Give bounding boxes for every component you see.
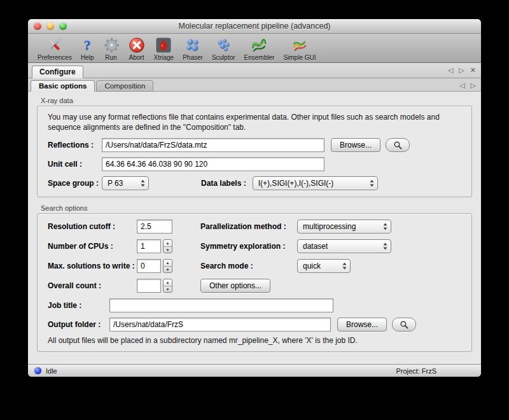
job-title-input[interactable] xyxy=(109,298,333,312)
unit-cell-input[interactable] xyxy=(102,157,324,171)
overall-count-stepper[interactable]: ▲ ▼ xyxy=(163,279,172,293)
resolution-row: Resolution cutoff : Parallelization meth… xyxy=(48,220,461,234)
xtriage-icon xyxy=(155,36,172,53)
parallelization-method-select[interactable]: multiprocessing xyxy=(297,220,391,234)
help-icon: ? xyxy=(84,36,91,53)
notebook-nav: ◁ ▷ ✕ xyxy=(448,66,476,74)
run-icon xyxy=(103,36,120,53)
reflections-row: Reflections : Browse... xyxy=(48,138,461,152)
subtab-bar: Basic options Composition ◁ ▷ xyxy=(28,78,481,92)
output-folder-search-button[interactable] xyxy=(392,318,416,332)
overall-count-row: Overall count : ▲ ▼ Other options... xyxy=(48,279,461,293)
output-folder-label: Output folder : xyxy=(48,320,109,329)
close-tab-icon[interactable]: ✕ xyxy=(470,66,476,74)
reflections-search-button[interactable] xyxy=(386,138,410,152)
toolbar-button-abort[interactable]: Abort xyxy=(124,35,150,62)
toolbar-button-phaser[interactable]: Phaser xyxy=(178,35,207,62)
reflections-label: Reflections : xyxy=(48,141,102,150)
other-options-button[interactable]: Other options... xyxy=(200,279,270,293)
step-up-icon[interactable]: ▲ xyxy=(164,279,172,286)
tab-composition[interactable]: Composition xyxy=(96,80,153,92)
dropdown-arrows-icon xyxy=(141,179,145,187)
toolbar-button-ensembler[interactable]: Ensembler xyxy=(240,35,279,62)
reflections-input[interactable] xyxy=(102,138,324,152)
job-title-label: Job title : xyxy=(48,301,109,310)
basic-options-panel: X-ray data You may use any format reflec… xyxy=(28,92,481,364)
output-folder-row: Output folder : Browse... xyxy=(48,318,461,332)
project-label: Project: FrzS xyxy=(396,367,436,375)
dropdown-arrows-icon xyxy=(383,223,387,230)
xray-group-box: You may use any format reflections file … xyxy=(37,106,472,197)
num-cpus-input[interactable] xyxy=(137,239,161,253)
toolbar-label: Help xyxy=(81,54,94,61)
max-solutions-stepper[interactable]: ▲ ▼ xyxy=(163,259,172,273)
toolbar-label: Preferences xyxy=(38,54,72,61)
titlebar[interactable]: Molecular replacement pipeline (advanced… xyxy=(28,19,481,34)
dropdown-arrows-icon xyxy=(383,242,387,250)
resolution-cutoff-input[interactable] xyxy=(137,220,172,234)
tab-basic-options[interactable]: Basic options xyxy=(31,80,95,92)
parallelization-method-value: multiprocessing xyxy=(303,222,356,231)
num-cpus-stepper[interactable]: ▲ ▼ xyxy=(163,239,172,253)
data-labels-value: I(+),SIGI(+),I(-),SIGI(-) xyxy=(258,179,334,188)
toolbar-button-run[interactable]: Run xyxy=(99,35,124,62)
notebook-tabbar: Configure ◁ ▷ ✕ xyxy=(28,63,481,78)
toolbar-label: Ensembler xyxy=(244,54,275,61)
step-down-icon[interactable]: ▼ xyxy=(164,246,172,253)
step-up-icon[interactable]: ▲ xyxy=(164,260,172,266)
toolbar-label: Phaser xyxy=(183,54,203,61)
ensembler-icon xyxy=(251,36,267,53)
search-mode-select[interactable]: quick xyxy=(297,259,351,273)
job-title-row: Job title : xyxy=(48,298,461,312)
nav-right-icon[interactable]: ▷ xyxy=(471,81,476,90)
nav-left-icon[interactable]: ◁ xyxy=(459,81,464,90)
search-group-box: Resolution cutoff : Parallelization meth… xyxy=(37,213,472,352)
dropdown-arrows-icon xyxy=(342,262,347,270)
overall-count-input[interactable] xyxy=(137,279,161,293)
toolbar-label: Sculptor xyxy=(212,54,235,61)
toolbar-button-sculptor[interactable]: Sculptor xyxy=(207,35,240,62)
nav-right-icon[interactable]: ▷ xyxy=(459,66,464,74)
search-group-title: Search options xyxy=(41,204,472,212)
data-labels-label: Data labels : xyxy=(201,179,246,188)
step-down-icon[interactable]: ▼ xyxy=(164,286,172,293)
preferences-icon xyxy=(46,36,63,53)
sculptor-icon xyxy=(215,36,232,53)
max-solutions-row: Max. solutions to write : ▲ ▼ Search mod… xyxy=(48,259,461,273)
subtab-nav: ◁ ▷ xyxy=(459,81,476,90)
toolbar-button-help[interactable]: ? Help xyxy=(76,35,99,62)
magnifier-icon xyxy=(400,320,409,330)
toolbar-label: Simple GUI xyxy=(283,54,316,61)
toolbar-button-simple-gui[interactable]: Simple GUI xyxy=(279,35,320,62)
symmetry-exploration-value: dataset xyxy=(303,242,328,251)
step-down-icon[interactable]: ▼ xyxy=(164,266,172,273)
unit-cell-row: Unit cell : xyxy=(48,157,461,171)
output-folder-browse-button[interactable]: Browse... xyxy=(337,318,387,332)
xray-group-title: X-ray data xyxy=(41,97,472,104)
reflections-browse-button[interactable]: Browse... xyxy=(331,138,380,152)
toolbar-button-preferences[interactable]: Preferences xyxy=(33,35,76,62)
data-labels-select[interactable]: I(+),SIGI(+),I(-),SIGI(-) xyxy=(253,176,378,190)
max-solutions-label: Max. solutions to write : xyxy=(48,262,137,270)
tab-configure[interactable]: Configure xyxy=(32,66,83,78)
toolbar-button-xtriage[interactable]: Xtriage xyxy=(150,35,179,62)
status-led-icon xyxy=(34,367,41,374)
toolbar: Preferences ? Help xyxy=(28,34,481,63)
step-up-icon[interactable]: ▲ xyxy=(164,240,172,246)
abort-icon xyxy=(129,36,145,53)
symmetry-exploration-select[interactable]: dataset xyxy=(297,239,391,253)
space-group-select[interactable]: P 63 xyxy=(102,176,149,190)
tab-configure-label: Configure xyxy=(39,67,76,76)
cpus-row: Number of CPUs : ▲ ▼ Symmetry exploratio… xyxy=(48,239,461,253)
max-solutions-input[interactable] xyxy=(137,259,161,273)
overall-count-label: Overall count : xyxy=(48,281,137,290)
xray-description: You may use any format reflections file … xyxy=(48,112,461,132)
nav-left-icon[interactable]: ◁ xyxy=(448,66,453,74)
simple-gui-icon xyxy=(291,36,308,53)
toolbar-label: Abort xyxy=(129,54,144,61)
search-mode-value: quick xyxy=(303,262,321,270)
output-folder-input[interactable] xyxy=(109,318,331,332)
space-group-label: Space group : xyxy=(48,179,102,188)
toolbar-label: Xtriage xyxy=(154,54,174,61)
space-group-row: Space group : P 63 Data labels : I(+),SI… xyxy=(48,176,461,190)
